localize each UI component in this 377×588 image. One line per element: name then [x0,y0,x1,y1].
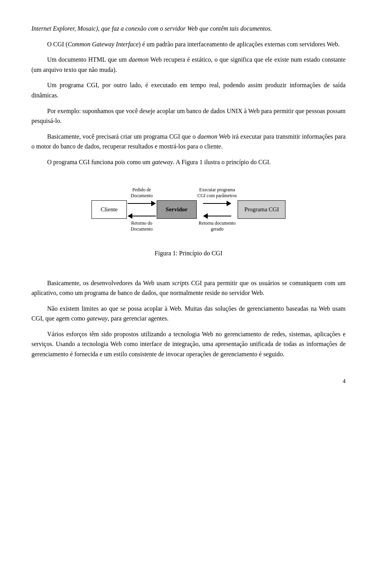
page: Internet Explorer, Mosaic), que faz a co… [0,0,377,396]
retorno-arrow-group: Retorno do Documento [128,213,156,233]
p6-daemon: daemon [198,133,218,140]
paragraph-1: Internet Explorer, Mosaic), que faz a co… [31,24,346,34]
arrow-line-left [132,216,156,216]
servidor-box: Servidor [157,200,197,219]
p7-end: . A Figura 1 ilustra o princípio do CGI. [173,159,271,165]
retorna-label: Retorna documento gerado [199,220,236,233]
pedido-label: Pedido de Documento [131,187,153,199]
cliente-label: Cliente [101,206,117,212]
p9-gateway: gateway [87,315,108,322]
p2-start: O CGI ( [47,41,68,48]
p9-end: , para gerenciar agentes. [108,315,168,322]
cliente-servidor-arrows: Pedido de Documento Retorno do [128,187,156,233]
programa-cgi-box: Programa CGI [238,200,285,219]
p7-start: O programa CGI funciona pois como um [47,159,152,165]
pedido-arrow-group: Pedido de Documento [128,187,156,206]
p6-start: Basicamente, você precisará criar um pro… [47,133,198,140]
p2-end: ) é um padrão para interfaceamento de ap… [139,41,340,48]
paragraph-2: O CGI (Common Gateway Interface) é um pa… [31,39,346,49]
page-number: 4 [343,378,346,385]
arrow-line-left2 [208,216,231,216]
figure-container: Cliente Pedido de Documento [31,183,346,266]
paragraph-10: Vários esforços têm sido propostos utili… [31,329,346,359]
paragraph-5: Por exemplo: suponhamos que você deseje … [31,106,346,126]
paragraph-4: Um programa CGI, por outro lado, é execu… [31,80,346,100]
executar-label: Executar programa CGI com parâmetros [198,187,237,199]
p2-cgi-label: Common Gateway Interface [68,41,138,48]
arrow-head [151,201,156,206]
paragraph-3: Um documento HTML que um daemon Web recu… [31,55,346,75]
arrow-line2 [203,203,227,204]
paragraph-6: Basicamente, você precisará criar um pro… [31,132,346,152]
executar-arrow [203,201,231,206]
paragraph-8: Basicamente, os desenvolvedores da Web u… [31,278,346,298]
servidor-cgi-arrows: Executar programa CGI com parâmetros [198,187,237,233]
cliente-box: Cliente [92,200,127,219]
retorno-arrow [128,213,156,219]
servidor-label: Servidor [166,206,188,212]
paragraph-9: Não existem limites ao que se possa acop… [31,304,346,324]
executar-arrow-group: Executar programa CGI com parâmetros [198,187,237,206]
arrow-line [128,203,151,204]
retorna-arrow-group: Retorna documento gerado [199,213,236,233]
programa-cgi-label: Programa CGI [244,206,279,212]
diagram: Cliente Pedido de Documento [31,183,346,236]
p8-scripts: scripts [172,280,189,286]
p3-start: Um documento HTML que um [47,56,129,63]
pedido-arrow [128,201,156,206]
retorna-arrow [203,213,231,219]
p9-text: Não existem limites ao que se possa acop… [31,305,346,322]
paragraph-7: O programa CGI funciona pois como um gat… [31,157,346,167]
arrow-head2 [227,201,231,206]
p8-start: Basicamente, os desenvolvedores da Web u… [47,280,172,286]
p1-text-italic: Internet Explorer, Mosaic), que faz a co… [31,25,272,32]
retorno-label: Retorno do Documento [131,220,153,233]
arrow-head-left2 [203,213,208,219]
figure-caption: Figura 1: Princípio do CGI [155,248,222,258]
arrow-head-left [128,213,132,219]
p3-daemon: daemon [129,56,149,63]
p7-gateway: gateway [152,159,173,165]
